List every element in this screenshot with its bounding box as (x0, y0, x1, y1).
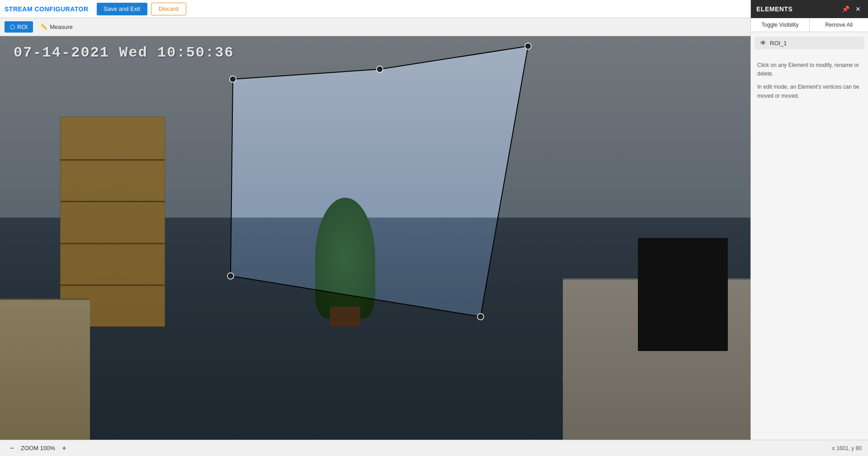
elements-panel-title: ELEMENTS (756, 5, 793, 13)
close-panel-button[interactable]: ✕ (854, 5, 863, 14)
elements-list: 👁 ROI_1 (751, 32, 868, 54)
camera-feed: 07-14-2021 Wed 10:50:36 (0, 36, 750, 440)
zoom-label: ZOOM 100% (21, 445, 55, 451)
shelf-1 (61, 159, 165, 161)
save-and-exit-button[interactable]: Save and Exit (97, 3, 147, 15)
eye-icon[interactable]: 👁 (760, 39, 766, 47)
measure-tool-label: Measure (50, 24, 73, 30)
shelf-4 (61, 285, 165, 286)
canvas-area[interactable]: 07-14-2021 Wed 10:50:36 (0, 36, 750, 440)
elements-panel-header: ELEMENTS 📌 ✕ (751, 0, 868, 18)
shelf-3 (61, 243, 165, 244)
statusbar: − ZOOM 100% + x 1601, y 80 (0, 440, 868, 456)
help-text-1: Click on any Element to modify, rename o… (757, 61, 862, 78)
toggle-visibility-button[interactable]: Toggle Visibility (751, 18, 810, 32)
element-name: ROI_1 (770, 40, 787, 47)
bookshelf (60, 117, 165, 327)
app-title: STREAM CONFIGURATOR (5, 5, 89, 13)
measure-tool-button[interactable]: 📏 Measure (35, 21, 78, 33)
elements-actions-bar: Toggle Visibility Remove All (751, 18, 868, 32)
pin-icon-button[interactable]: 📌 (841, 5, 850, 14)
toolbar: ⬡ ROI 📏 Measure (0, 18, 750, 36)
zoom-in-button[interactable]: + (59, 443, 70, 454)
desk-left (0, 299, 90, 440)
discard-button[interactable]: Discard (151, 3, 186, 15)
plant-pot (330, 307, 360, 327)
roi-icon: ⬡ (10, 24, 15, 30)
measure-icon: 📏 (40, 24, 47, 30)
plant (315, 198, 375, 319)
zoom-out-button[interactable]: − (6, 443, 17, 454)
roi-tool-label: ROI (17, 24, 28, 30)
elements-help: Click on any Element to modify, rename o… (751, 54, 868, 112)
help-text-2: In edit mode, an Element's vertices can … (757, 83, 862, 100)
roi-tool-button[interactable]: ⬡ ROI (5, 21, 33, 33)
element-row[interactable]: 👁 ROI_1 (755, 37, 864, 49)
elements-panel: ELEMENTS 📌 ✕ Toggle Visibility Remove Al… (750, 0, 868, 456)
coords-display: x 1601, y 80 (832, 445, 862, 451)
topbar: STREAM CONFIGURATOR Save and Exit Discar… (0, 0, 868, 18)
monitor (638, 238, 728, 351)
shelf-2 (61, 201, 165, 202)
remove-all-button[interactable]: Remove All (810, 18, 868, 32)
